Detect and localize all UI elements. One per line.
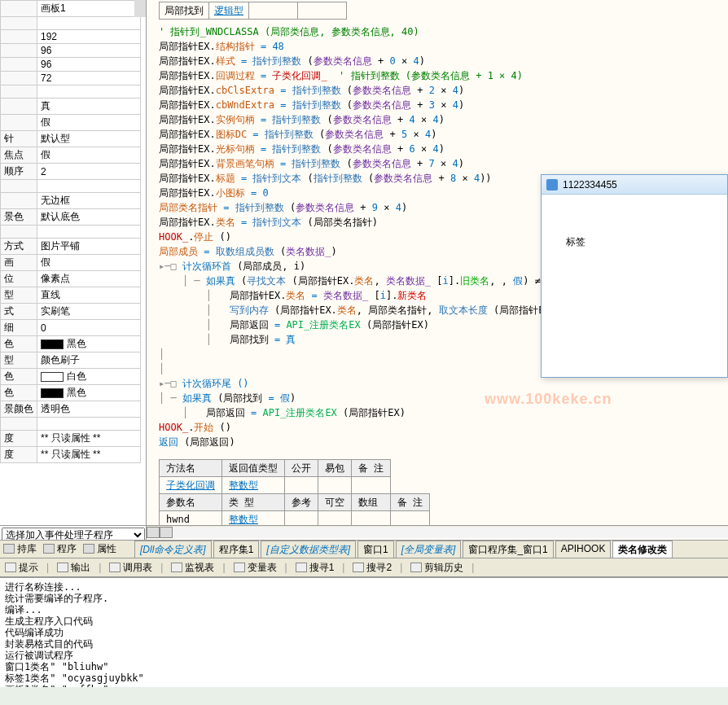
module-tab[interactable]: 窗口程序集_窗口1 <box>463 541 553 558</box>
preview-titlebar[interactable]: 1122334455 <box>542 175 727 195</box>
app-icon <box>546 179 558 190</box>
toolbar-button[interactable]: 提示 <box>5 561 38 575</box>
module-tab[interactable]: [全局变量表] <box>396 541 462 558</box>
local-var-table: 局部找到逻辑型 <box>159 2 347 20</box>
scroll-right-icon[interactable] <box>160 527 173 538</box>
toolbar-button[interactable]: 输出 <box>57 561 90 575</box>
module-tab[interactable]: [自定义数据类型表] <box>261 541 356 558</box>
module-tabs: 持库程序属性 [Dll命令定义表]程序集1[自定义数据类型表]窗口1[全局变量表… <box>0 540 728 558</box>
panel-tab[interactable]: 持库 <box>3 542 37 556</box>
method-table: 方法名返回值类型公开易包备 注 子类化回调整数型 参数名类 型参考可空数组备 注… <box>159 459 430 528</box>
code-editor[interactable]: 局部找到逻辑型 ' 指针到_WNDCLASSA (局部类信息, 参数类名信息, … <box>147 0 728 541</box>
toolbar-button[interactable]: 搜寻2 <box>353 561 392 575</box>
property-table[interactable]: 画板1192969672真假针默认型焦点假顺序2无边框景色默认底色方式图片平铺画… <box>0 0 146 463</box>
module-tab[interactable]: 窗口1 <box>357 541 394 558</box>
toolbar-button[interactable]: 剪辑历史 <box>410 561 463 575</box>
module-tab[interactable]: 程序集1 <box>213 541 260 558</box>
preview-window[interactable]: 1122334455 标签 <box>541 174 728 378</box>
module-tab[interactable]: [Dll命令定义表] <box>134 541 212 558</box>
preview-title: 1122334455 <box>563 179 617 190</box>
panel-tab[interactable]: 属性 <box>83 542 116 556</box>
bottom-toolbar: 提示 |输出 |调用表 |监视表 |变量表 |搜寻1 |搜寻2 |剪辑历史 | <box>0 558 728 577</box>
toolbar-button[interactable]: 搜寻1 <box>296 561 335 575</box>
output-panel[interactable]: 进行名称连接...统计需要编译的子程序.编译...生成主程序入口代码代码编译成功… <box>0 577 728 687</box>
hscrollbar[interactable] <box>147 525 728 538</box>
property-panel: 画板1192969672真假针默认型焦点假顺序2无边框景色默认底色方式图片平铺画… <box>0 0 147 541</box>
toolbar-button[interactable]: 调用表 <box>109 561 152 575</box>
toolbar-button[interactable]: 变量表 <box>234 561 277 575</box>
module-tab[interactable]: APIHOOK <box>555 541 612 558</box>
module-tab[interactable]: 类名修改类 <box>612 541 673 558</box>
preview-body: 标签 <box>542 195 727 290</box>
toolbar-button[interactable]: 监视表 <box>171 561 214 575</box>
scroll-left-icon[interactable] <box>147 527 160 538</box>
panel-tab[interactable]: 程序 <box>43 542 77 556</box>
